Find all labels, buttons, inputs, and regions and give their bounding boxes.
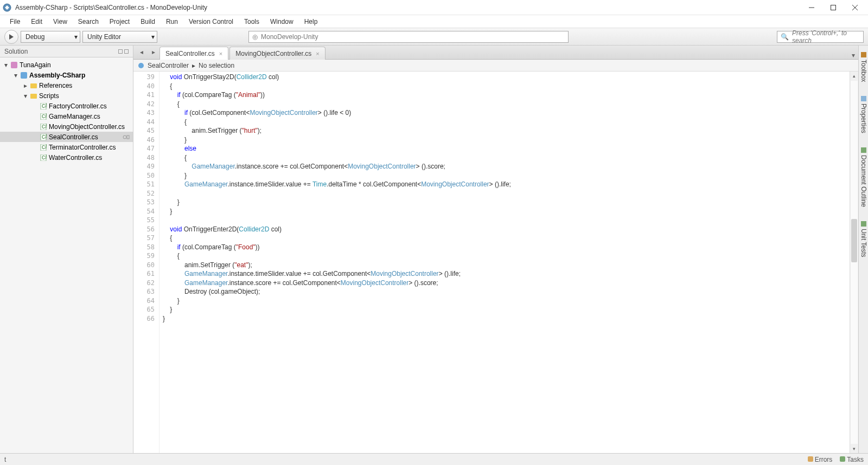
- scripts-label: Scripts: [39, 92, 59, 100]
- vertical-scrollbar[interactable]: ▴ ▾: [850, 72, 858, 453]
- tab-sealcontroller[interactable]: SealController.cs ×: [159, 47, 228, 60]
- close-button[interactable]: [844, 0, 866, 15]
- file-sealcontroller-cs[interactable]: c#SealController.cs: [0, 132, 133, 142]
- scroll-down-icon[interactable]: ▾: [850, 444, 858, 453]
- editor-area: ◂ ▸ SealController.cs × MovingObjectCont…: [133, 46, 858, 453]
- code-editor[interactable]: void OnTriggerStay2D(Collider2D col) { i…: [159, 72, 850, 453]
- tab-movingobjectcontroller[interactable]: MovingObjectController.cs ×: [229, 47, 326, 60]
- file-label: SealController.cs: [49, 133, 98, 141]
- tab-overflow-button[interactable]: ▾: [852, 51, 855, 59]
- minimize-button[interactable]: [801, 0, 822, 15]
- expand-icon[interactable]: ▸: [23, 82, 28, 89]
- solution-root[interactable]: ▾ TunaAgain: [0, 60, 133, 70]
- app-icon: [2, 3, 12, 12]
- close-icon[interactable]: ×: [316, 50, 319, 57]
- right-rail: ToolboxPropertiesDocument OutlineUnit Te…: [858, 46, 868, 453]
- svg-rect-6: [11, 62, 17, 68]
- scripts-folder[interactable]: ▾ Scripts: [0, 91, 133, 101]
- file-movingobjectcontroller-cs[interactable]: c#MovingObjectController.cs: [0, 121, 133, 132]
- file-terminatorcontroller-cs[interactable]: c#TerminatorController.cs: [0, 142, 133, 152]
- svg-point-24: [138, 63, 144, 68]
- target-icon: ◎: [252, 33, 258, 41]
- config-value: Debug: [25, 33, 44, 41]
- errors-button[interactable]: Errors: [808, 456, 833, 463]
- search-icon: 🔍: [781, 33, 789, 41]
- menu-bar: FileEditViewSearchProjectBuildRunVersion…: [0, 15, 868, 28]
- nav-forward-button[interactable]: ▸: [148, 46, 159, 58]
- menu-edit[interactable]: Edit: [25, 16, 48, 27]
- nav-back-button[interactable]: ◂: [136, 46, 148, 58]
- csharp-file-icon: c#: [40, 154, 47, 162]
- project-node[interactable]: ▾ Assembly-CSharp: [0, 70, 133, 80]
- file-label: WaterController.cs: [49, 154, 102, 162]
- rail-properties[interactable]: Properties: [860, 93, 867, 137]
- global-search[interactable]: 🔍 Press 'Control+,' to search: [777, 31, 864, 43]
- csharp-file-icon: c#: [40, 133, 47, 141]
- root-label: TunaAgain: [20, 61, 51, 69]
- status-left: t: [4, 456, 6, 463]
- solution-panel: Solution ▾ TunaAgain ▾ Assembly-CSharp ▸: [0, 46, 133, 453]
- csharp-file-icon: c#: [40, 102, 47, 110]
- svg-rect-2: [831, 5, 836, 10]
- window-title: Assembly-CSharp - Scripts\SealController…: [15, 4, 801, 11]
- scroll-up-icon[interactable]: ▴: [850, 72, 858, 80]
- menu-project[interactable]: Project: [104, 16, 135, 27]
- config-dropdown[interactable]: Debug ▾: [21, 31, 80, 43]
- menu-window[interactable]: Window: [265, 16, 299, 27]
- status-bar: t Errors Tasks: [0, 453, 868, 465]
- menu-search[interactable]: Search: [73, 16, 104, 27]
- notification-text: MonoDevelop-Unity: [261, 33, 318, 41]
- run-button[interactable]: [4, 30, 18, 44]
- maximize-button[interactable]: [822, 0, 844, 15]
- file-label: GameManager.cs: [49, 113, 100, 120]
- references-node[interactable]: ▸ References: [0, 80, 133, 91]
- menu-file[interactable]: File: [4, 16, 25, 27]
- tab-label: SealController.cs: [165, 50, 215, 57]
- panel-controls[interactable]: [118, 49, 129, 54]
- references-icon: [30, 82, 37, 89]
- svg-rect-8: [30, 83, 37, 88]
- svg-marker-5: [9, 34, 14, 40]
- rail-unit-tests[interactable]: Unit Tests: [860, 218, 867, 260]
- close-icon[interactable]: ×: [219, 50, 222, 57]
- notification-search[interactable]: ◎ MonoDevelop-Unity: [248, 31, 569, 43]
- svg-rect-7: [21, 72, 27, 79]
- menu-view[interactable]: View: [48, 16, 73, 27]
- breadcrumb[interactable]: SealController ▸ No selection: [133, 60, 858, 72]
- editor-tabs: ◂ ▸ SealController.cs × MovingObjectCont…: [133, 46, 858, 60]
- toolbar: Debug ▾ Unity Editor ▾ ◎ MonoDevelop-Uni…: [0, 28, 868, 46]
- file-label: FactoryController.cs: [49, 102, 107, 110]
- menu-help[interactable]: Help: [299, 16, 323, 27]
- collapse-icon[interactable]: ▾: [23, 92, 28, 100]
- svg-text:c#: c#: [42, 154, 47, 161]
- solution-title: Solution: [4, 48, 28, 55]
- svg-rect-19: [127, 135, 129, 139]
- file-gamemanager-cs[interactable]: c#GameManager.cs: [0, 111, 133, 121]
- scroll-track[interactable]: [851, 81, 858, 444]
- collapse-icon[interactable]: ▾: [13, 72, 18, 79]
- menu-build[interactable]: Build: [135, 16, 161, 27]
- menu-tools[interactable]: Tools: [239, 16, 265, 27]
- collapse-icon[interactable]: ▾: [3, 61, 9, 69]
- svg-point-18: [123, 135, 126, 139]
- rail-icon: [861, 221, 866, 227]
- tasks-button[interactable]: Tasks: [840, 456, 864, 463]
- csharp-file-icon: c#: [40, 123, 47, 131]
- rail-document-outline[interactable]: Document Outline: [860, 144, 867, 210]
- file-factorycontroller-cs[interactable]: c#FactoryController.cs: [0, 101, 133, 111]
- scroll-thumb[interactable]: [851, 219, 857, 262]
- target-dropdown[interactable]: Unity Editor ▾: [82, 31, 157, 43]
- svg-text:c#: c#: [42, 134, 47, 140]
- rail-icon: [861, 52, 866, 57]
- rail-icon: [861, 96, 866, 101]
- solution-tree: ▾ TunaAgain ▾ Assembly-CSharp ▸ Referenc…: [0, 57, 133, 165]
- file-label: MovingObjectController.cs: [49, 123, 125, 131]
- menu-version-control[interactable]: Version Control: [183, 16, 239, 27]
- menu-run[interactable]: Run: [161, 16, 183, 27]
- project-label: Assembly-CSharp: [29, 72, 85, 79]
- file-watercontroller-cs[interactable]: c#WaterController.cs: [0, 152, 133, 163]
- breadcrumb-class: SealController: [148, 62, 189, 69]
- rail-toolbox[interactable]: Toolbox: [860, 49, 867, 85]
- target-value: Unity Editor: [87, 33, 121, 41]
- references-label: References: [39, 82, 72, 89]
